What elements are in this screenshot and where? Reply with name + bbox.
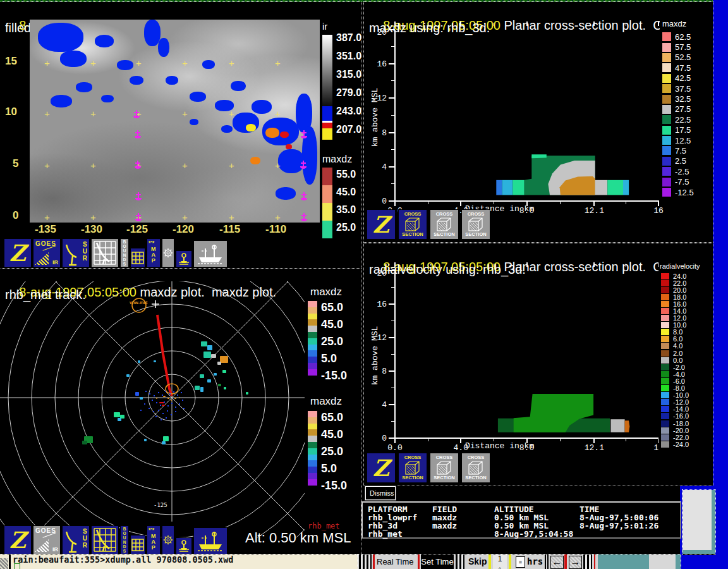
echo-patch xyxy=(203,352,211,358)
x-tick-label: 0.0 xyxy=(387,443,402,453)
platform-label: rhb_met xyxy=(308,522,340,530)
toolbar-button-cross[interactable]: CROSS SECTION xyxy=(461,453,490,483)
toolbar-button-gridradar[interactable] xyxy=(91,525,119,554)
divider xyxy=(418,554,420,569)
radar-grid[interactable] xyxy=(0,281,305,537)
terminal-window[interactable]: rain:beaufait:355>xdump.all 970808.0505.… xyxy=(0,554,358,569)
speckle-dot xyxy=(155,416,157,417)
lat-label: 0 xyxy=(13,209,18,222)
colorbar-swatch xyxy=(308,442,317,448)
colorbar-swatch xyxy=(322,185,332,203)
axis-tick xyxy=(391,287,395,288)
toolbar-button-cross[interactable]: CROSS SECTION xyxy=(461,209,490,240)
colorbar-swatch xyxy=(661,378,669,384)
colorbar-title: maxdz xyxy=(662,19,686,28)
toolbar-button-ship[interactable] xyxy=(193,527,228,554)
toolbar-button-ship[interactable] xyxy=(193,240,228,267)
lat-label: 10 xyxy=(5,106,17,118)
axis-tick xyxy=(593,200,595,206)
step-forward-button[interactable]: → xyxy=(569,556,582,569)
speckle-dot xyxy=(158,410,159,411)
toolbar-button-sur[interactable]: SUR xyxy=(62,525,90,554)
spinner-caret[interactable]: ^ xyxy=(499,566,501,569)
colorbar-label: 45.0 xyxy=(321,318,347,335)
echo-patch xyxy=(246,124,256,132)
xsection-maxdz-window: 8-aug-1997,05:05:00 Planar cross-section… xyxy=(364,2,713,242)
set-time-button[interactable]: Set Time xyxy=(421,554,454,569)
contour-fill xyxy=(607,180,623,195)
speckle-dot xyxy=(140,410,142,411)
toolbar-button-bounds[interactable]: BOUNDS xyxy=(120,238,129,267)
toolbar-button-goes[interactable]: GOES IR xyxy=(33,238,61,267)
terminal-scrollbar[interactable] xyxy=(0,558,8,569)
toolbar-button-buoy[interactable] xyxy=(176,537,192,554)
toolbar-button-z[interactable]: Z xyxy=(367,453,396,483)
toolbar-button-bounds[interactable]: BOUNDS xyxy=(120,525,129,554)
map-icon: *'* MAP xyxy=(147,239,160,267)
toolbar-button-grid[interactable] xyxy=(130,248,145,267)
colorbar-label: 22.5 xyxy=(675,115,691,125)
contour-fill xyxy=(513,180,524,195)
satellite-image[interactable] xyxy=(30,20,320,223)
divider xyxy=(373,554,375,569)
skip-value-spinner[interactable]: 1^ xyxy=(493,554,507,569)
dismiss-button[interactable]: Dismiss xyxy=(365,486,396,500)
toolbar-button-cross[interactable]: CROSS SECTION xyxy=(430,209,459,240)
grid-plus: + xyxy=(44,60,50,66)
toolbar-button-buoy[interactable] xyxy=(176,250,192,267)
echo-patch xyxy=(265,128,279,138)
toolbar-button-map[interactable]: *'* MAP xyxy=(147,525,161,554)
toolbar-button-goes[interactable]: GOES IR xyxy=(33,525,61,554)
xsection-plot[interactable]: 0481216200.04.08.012.116 xyxy=(395,271,658,438)
toolbar-button-grid[interactable] xyxy=(130,535,145,554)
toolbar-button-gridradar[interactable] xyxy=(91,238,119,267)
axis-tick xyxy=(658,21,659,26)
colorbar-swatch xyxy=(661,371,669,377)
table-cell: maxdz xyxy=(432,522,457,530)
time-control-strip: Real Time Set Time Skip 1^ ≡ hrs ← → xyxy=(358,554,681,569)
zebra-logo-icon: Z xyxy=(9,242,26,264)
axis-tick xyxy=(391,388,395,388)
xsection-plot[interactable]: 0481216200.04.08.012.116 xyxy=(395,30,658,201)
axis-tick xyxy=(389,337,395,338)
toolbar-button-gear[interactable] xyxy=(162,238,174,267)
axis-tick xyxy=(394,200,396,206)
toolbar-button-map[interactable]: *'* MAP xyxy=(147,238,161,267)
colorbar-swatch xyxy=(308,467,317,473)
toolbar-button-cross[interactable]: CROSS SECTION xyxy=(398,209,427,240)
contour-fill xyxy=(595,180,608,195)
surveillance-radar-icon: SUR xyxy=(63,239,89,267)
x-axis-title: Distance in km xyxy=(465,441,534,451)
altitude-readout: Alt: 0.50 km MSL xyxy=(245,530,351,546)
y-axis-title: km above MSL xyxy=(370,321,380,391)
colorbar-swatch xyxy=(661,385,669,391)
partial-window[interactable] xyxy=(682,490,715,554)
colorbar-label: 25.0 xyxy=(321,335,347,352)
axis-tick xyxy=(394,21,396,26)
toolbar-button-z[interactable]: Z xyxy=(4,525,32,554)
table-cell: rhb_met xyxy=(368,530,403,539)
colorbar-swatch xyxy=(661,301,669,307)
toolbar-button-cross[interactable]: CROSS SECTION xyxy=(430,453,459,483)
speckle-dot xyxy=(183,408,185,409)
step-back-button[interactable]: ← xyxy=(550,556,564,569)
toolbar-button-z[interactable]: Z xyxy=(4,238,32,267)
toolbar-button-sur[interactable]: SUR xyxy=(62,238,90,267)
colorbar-swatch xyxy=(661,329,669,335)
toolbar-button-gear[interactable] xyxy=(162,525,174,554)
echo-patch xyxy=(135,392,139,396)
divider xyxy=(509,554,511,569)
colorbar-swatch xyxy=(308,429,317,436)
echo-patch xyxy=(211,354,216,358)
colorbar-swatch xyxy=(308,357,317,363)
axis-tick xyxy=(391,321,395,321)
colorbar-swatch xyxy=(308,338,317,345)
real-time-button[interactable]: Real Time xyxy=(377,557,414,566)
colorbar-swatch xyxy=(308,307,317,314)
rhi-grid-icon xyxy=(93,527,117,553)
units-icon[interactable]: ≡ xyxy=(516,556,525,568)
colorbar-swatch xyxy=(661,399,669,405)
toolbar-button-z[interactable]: Z xyxy=(367,209,396,240)
colorbar-swatch xyxy=(661,273,669,279)
toolbar-button-cross[interactable]: CROSS SECTION xyxy=(398,453,427,483)
